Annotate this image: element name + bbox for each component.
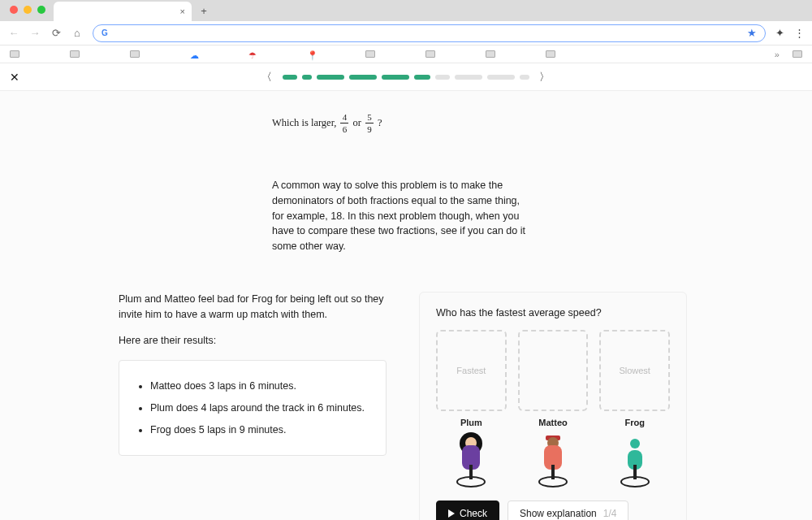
left-column: Plum and Matteo feel bad for Frog for be…: [119, 292, 387, 520]
home-button[interactable]: ⌂: [71, 27, 83, 39]
dropzone-row: FastestSlowest: [436, 330, 670, 411]
bookmark-folder[interactable]: [425, 50, 435, 58]
close-window-icon[interactable]: [10, 6, 18, 14]
bookmark-folder[interactable]: [546, 50, 555, 58]
character-label: Plum: [436, 418, 507, 427]
google-favicon-icon: G: [102, 28, 111, 38]
bookmark-item[interactable]: 📍: [307, 50, 315, 58]
reload-button[interactable]: ⟳: [50, 27, 62, 39]
bookmark-folder[interactable]: [10, 50, 19, 58]
close-lesson-button[interactable]: ✕: [10, 71, 26, 84]
drop-slot[interactable]: Fastest: [436, 330, 507, 411]
lesson-content: Which is larger, 4 6 or 5 9 ? A common w…: [0, 91, 812, 520]
results-label: Here are their results:: [119, 333, 387, 349]
character-image: [451, 432, 491, 488]
progress-segment: [349, 75, 377, 80]
bookmark-folder[interactable]: [486, 50, 495, 58]
browser-toolbar: ← → ⟳ ⌂ G ★ ✦ ⋮: [0, 21, 812, 46]
address-bar[interactable]: G ★: [93, 24, 766, 42]
progress-segment: [302, 75, 312, 80]
character-label: Matteo: [518, 418, 589, 427]
scenario-intro: Plum and Matteo feel bad for Frog for be…: [119, 292, 387, 323]
bookmark-folder[interactable]: [70, 50, 80, 58]
play-icon: [448, 509, 455, 518]
drop-slot[interactable]: Slowest: [599, 330, 670, 411]
drop-slot[interactable]: [518, 330, 589, 411]
maximize-window-icon[interactable]: [37, 6, 45, 14]
progress-segment: [435, 75, 450, 80]
character-plum[interactable]: Plum: [436, 418, 507, 488]
next-step-button[interactable]: 〉: [539, 70, 551, 84]
bookmarks-overflow[interactable]: »: [775, 50, 802, 59]
progress-segment: [414, 75, 430, 80]
question-lead: Which is larger,: [272, 117, 336, 129]
bookmark-folder[interactable]: [130, 50, 140, 58]
character-image: [533, 432, 573, 488]
progress-segment: [317, 75, 344, 80]
fraction-1: 4 6: [340, 112, 348, 134]
explanation-count: 1/4: [603, 508, 617, 519]
character-label: Frog: [599, 418, 670, 427]
check-button[interactable]: Check: [436, 500, 499, 520]
extensions-icon[interactable]: ✦: [775, 27, 784, 39]
interactive-card: Who has the fastest average speed? Faste…: [419, 292, 687, 520]
window-controls[interactable]: [6, 0, 52, 14]
character-image: [615, 432, 655, 488]
progress-bar: [283, 75, 529, 80]
back-button[interactable]: ←: [8, 27, 19, 39]
result-item: Plum does 4 laps around the track in 6 m…: [150, 401, 369, 416]
new-tab-button[interactable]: +: [193, 5, 209, 17]
result-item: Matteo does 3 laps in 6 minutes.: [150, 379, 369, 394]
forward-button[interactable]: →: [29, 27, 41, 39]
bookmark-item[interactable]: ☁: [190, 50, 198, 58]
prev-step-button[interactable]: 〈: [261, 70, 273, 84]
card-prompt: Who has the fastest average speed?: [436, 307, 670, 318]
result-item: Frog does 5 laps in 9 minutes.: [150, 422, 369, 438]
minimize-window-icon[interactable]: [24, 6, 32, 14]
character-frog[interactable]: Frog: [599, 418, 670, 488]
browser-tab[interactable]: ×: [54, 2, 192, 21]
character-matteo[interactable]: Matteo: [518, 418, 589, 488]
results-box: Matteo does 3 laps in 6 minutes.Plum doe…: [119, 360, 387, 456]
close-tab-icon[interactable]: ×: [180, 6, 185, 16]
fraction-2: 5 9: [365, 112, 374, 134]
show-explanation-button[interactable]: Show explanation 1/4: [508, 500, 628, 520]
progress-segment: [520, 75, 529, 80]
characters-row: PlumMatteoFrog: [436, 418, 670, 488]
bookmark-folder[interactable]: [365, 50, 375, 58]
question-text: Which is larger, 4 6 or 5 9 ?: [272, 112, 532, 134]
progress-segment: [487, 75, 515, 80]
bookmark-star-icon[interactable]: ★: [747, 27, 757, 39]
bookmarks-bar: ☁ ☂ 📍 »: [0, 46, 812, 63]
browser-menu-button[interactable]: ⋮: [794, 27, 804, 39]
lesson-header: ✕ 〈 〉: [0, 63, 812, 91]
bookmark-item[interactable]: ☂: [248, 50, 257, 58]
progress-segment: [455, 75, 482, 80]
progress-segment: [382, 75, 409, 80]
tab-strip: × +: [0, 0, 812, 21]
explanation-text: A common way to solve this problem is to…: [272, 178, 532, 254]
progress-segment: [283, 75, 297, 80]
